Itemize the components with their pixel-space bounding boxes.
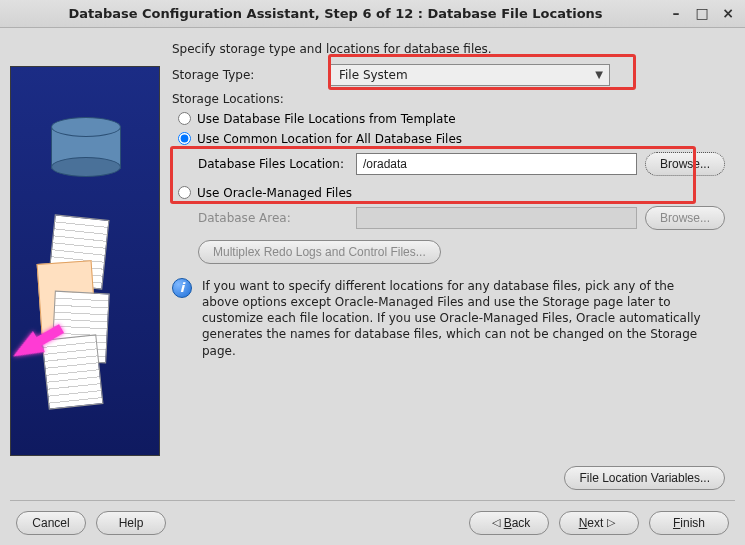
database-cylinder-icon: [51, 117, 121, 177]
storage-type-dropdown[interactable]: File System ▼: [330, 64, 610, 86]
radio-template-label: Use Database File Locations from Templat…: [197, 112, 456, 126]
finish-button[interactable]: Finish: [649, 511, 729, 535]
radio-common-row[interactable]: Use Common Location for All Database Fil…: [178, 132, 735, 146]
storage-type-label: Storage Type:: [172, 68, 322, 82]
radio-omf-label: Use Oracle-Managed Files: [197, 186, 352, 200]
arrow-left-icon: ◁: [492, 516, 500, 529]
file-location-variables-row: File Location Variables...: [0, 456, 745, 490]
window-title: Database Configuration Assistant, Step 6…: [10, 6, 661, 21]
help-button[interactable]: Help: [96, 511, 166, 535]
arrow-right-icon: ▷: [607, 516, 615, 529]
db-area-label: Database Area:: [198, 211, 348, 225]
radio-omf-row[interactable]: Use Oracle-Managed Files: [178, 186, 735, 200]
maximize-button[interactable]: □: [691, 2, 713, 24]
body-area: Specify storage type and locations for d…: [0, 28, 745, 456]
file-location-variables-button[interactable]: File Location Variables...: [564, 466, 725, 490]
document-icon: [41, 334, 103, 409]
close-button[interactable]: ×: [717, 2, 739, 24]
storage-locations-label: Storage Locations:: [172, 92, 735, 106]
main-content: Specify storage type and locations for d…: [172, 38, 735, 456]
instruction-text: Specify storage type and locations for d…: [172, 42, 735, 56]
minimize-button[interactable]: –: [665, 2, 687, 24]
wizard-side-graphic: [10, 66, 160, 456]
cancel-button[interactable]: Cancel: [16, 511, 86, 535]
back-button[interactable]: ◁Back: [469, 511, 549, 535]
browse-db-area-button: Browse...: [645, 206, 725, 230]
back-label: ack: [512, 516, 531, 530]
next-label: ext: [587, 516, 603, 530]
radio-omf[interactable]: [178, 186, 191, 199]
radio-template-row[interactable]: Use Database File Locations from Templat…: [178, 112, 735, 126]
multiplex-button: Multiplex Redo Logs and Control Files...: [198, 240, 441, 264]
window-root: Database Configuration Assistant, Step 6…: [0, 0, 745, 545]
chevron-down-icon: ▼: [595, 69, 603, 80]
radio-template[interactable]: [178, 112, 191, 125]
info-box: i If you want to specify different locat…: [172, 278, 735, 359]
storage-type-row: Storage Type: File System ▼: [172, 64, 735, 86]
info-icon: i: [172, 278, 192, 298]
browse-db-files-button[interactable]: Browse...: [645, 152, 725, 176]
multiplex-row: Multiplex Redo Logs and Control Files...: [198, 240, 735, 264]
db-area-input: [356, 207, 637, 229]
storage-type-value: File System: [339, 68, 408, 82]
titlebar: Database Configuration Assistant, Step 6…: [0, 0, 745, 28]
radio-common-label: Use Common Location for All Database Fil…: [197, 132, 462, 146]
db-area-row: Database Area: Browse...: [198, 206, 735, 230]
db-files-location-row: Database Files Location: Browse...: [198, 152, 735, 176]
pink-arrow-icon: [10, 331, 45, 367]
db-files-location-input[interactable]: [356, 153, 637, 175]
db-files-location-label: Database Files Location:: [198, 157, 348, 171]
radio-common[interactable]: [178, 132, 191, 145]
next-button[interactable]: Next▷: [559, 511, 639, 535]
footer: Cancel Help ◁Back Next▷ Finish: [0, 501, 745, 545]
finish-label: inish: [680, 516, 705, 530]
info-text: If you want to specify different locatio…: [202, 278, 707, 359]
